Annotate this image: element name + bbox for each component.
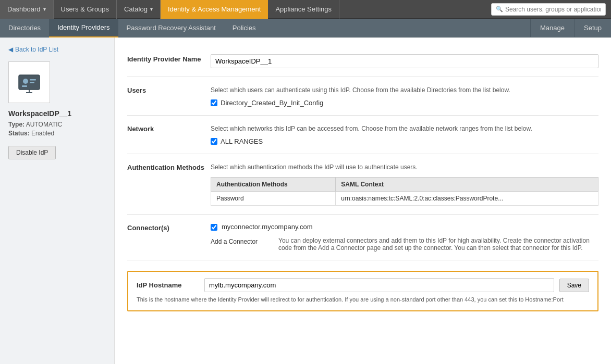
auth-methods-section-label: Authentication Methods (127, 162, 211, 206)
manage-button-label: Manage (540, 24, 565, 32)
network-section-content: Select which networks this IdP can be ac… (211, 124, 598, 145)
connectors-section: Connector(s) myconnector.mycompany.com A… (127, 215, 598, 260)
users-directory-row: Directory_Created_By_Init_Config (211, 99, 598, 107)
idp-name-section-content (211, 54, 598, 68)
nav-tab-label-catalog: Catalog (124, 5, 148, 13)
users-section: Users Select which users can authenticat… (127, 77, 598, 116)
connectors-section-label: Connector(s) (127, 223, 211, 252)
auth-methods-table: Authentication Methods SAML Context Pass… (211, 177, 598, 206)
idp-hostname-inner: IdP Hostname Save (137, 278, 589, 292)
svg-rect-2 (30, 79, 36, 81)
idp-status-label: Status: (8, 130, 30, 137)
idp-type-value: AUTOMATIC (26, 121, 63, 128)
network-section-label: Network (127, 124, 211, 145)
nav-tab-label-appliance-settings: Appliance Settings (275, 5, 332, 13)
chevron-down-icon: ▾ (43, 6, 46, 12)
add-connector-label: Add a Connector (211, 237, 273, 252)
svg-point-1 (23, 79, 28, 84)
nav-identity-providers-label: Identity Providers (57, 23, 109, 31)
idp-hostname-description: This is the hostname where the Identity … (137, 295, 589, 304)
network-allranges-checkbox[interactable] (211, 138, 217, 145)
users-description: Select which users can authenticate usin… (211, 85, 598, 95)
idp-name-section-label: Identity Provider Name (127, 54, 211, 68)
auth-table-header-saml: SAML Context (336, 178, 598, 192)
auth-table-saml-cell: urn:oasis:names:tc:SAML:2.0:ac:classes:P… (336, 192, 598, 206)
connector-row: myconnector.mycompany.com (211, 223, 598, 231)
nav-tab-label-identity-access: Identity & Access Management (168, 5, 261, 13)
network-allranges-label: ALL RANGES (221, 137, 263, 145)
table-row: Password urn:oasis:names:tc:SAML:2.0:ac:… (211, 192, 598, 206)
form-panel: Identity Provider Name Users Select whic… (115, 37, 611, 364)
second-nav-right: Manage Setup (530, 19, 611, 37)
nav-tab-dashboard[interactable]: Dashboard ▾ (0, 0, 54, 19)
nav-tab-label-users-groups: Users & Groups (61, 5, 109, 13)
auth-methods-description: Select which authentication methods the … (211, 162, 598, 172)
chevron-down-icon: ▾ (150, 6, 153, 12)
network-description: Select which networks this IdP can be ac… (211, 124, 598, 133)
nav-identity-providers[interactable]: Identity Providers (49, 19, 118, 37)
save-button[interactable]: Save (559, 279, 589, 292)
idp-hostname-input-wrap (204, 278, 554, 292)
nav-directories-label: Directories (8, 24, 41, 32)
nav-tab-catalog[interactable]: Catalog ▾ (117, 0, 161, 19)
auth-methods-section-content: Select which authentication methods the … (211, 162, 598, 206)
chevron-left-icon: ◀ (8, 46, 13, 53)
auth-table-method-cell: Password (211, 192, 336, 206)
nav-tab-users-groups[interactable]: Users & Groups (54, 0, 117, 19)
users-section-content: Select which users can authenticate usin… (211, 85, 598, 107)
search-box: 🔍 (491, 3, 606, 16)
idp-hostname-input[interactable] (204, 278, 554, 292)
nav-tab-label-dashboard: Dashboard (7, 5, 41, 13)
users-directory-checkbox[interactable] (211, 99, 217, 106)
idp-name-section: Identity Provider Name (127, 46, 598, 77)
idp-hostname-wrapper: IdP Hostname Save This is the hostname w… (127, 260, 598, 318)
users-section-label: Users (127, 85, 211, 107)
svg-rect-3 (30, 82, 34, 83)
users-directory-label: Directory_Created_By_Init_Config (221, 99, 323, 107)
nav-tab-appliance-settings[interactable]: Appliance Settings (268, 0, 339, 19)
nav-policies[interactable]: Policies (224, 19, 264, 37)
network-section: Network Select which networks this IdP c… (127, 116, 598, 154)
left-panel: ◀ Back to IdP List WorkspaceIDP__1 Type:… (0, 37, 115, 364)
manage-button[interactable]: Manage (530, 19, 574, 37)
auth-methods-section: Authentication Methods Select which auth… (127, 154, 598, 215)
auth-table-header-methods: Authentication Methods (211, 178, 336, 192)
connectors-section-content: myconnector.mycompany.com Add a Connecto… (211, 223, 598, 252)
idp-name: WorkspaceIDP__1 (8, 109, 106, 118)
network-allranges-row: ALL RANGES (211, 137, 598, 145)
idp-name-input[interactable] (211, 54, 598, 68)
idp-status-value: Enabled (31, 130, 54, 137)
idp-icon-box (8, 61, 50, 103)
search-input[interactable] (505, 6, 601, 13)
top-nav: Dashboard ▾ Users & Groups Catalog ▾ Ide… (0, 0, 611, 19)
svg-rect-0 (19, 75, 40, 90)
add-connector-grid: Add a Connector You can deploy external … (211, 237, 598, 252)
connector-checkbox[interactable] (211, 224, 217, 231)
idp-hostname-label: IdP Hostname (137, 281, 204, 289)
disable-idp-button[interactable]: Disable IdP (8, 146, 56, 159)
add-connector-description: You can deploy external connectors and a… (278, 237, 598, 252)
second-nav: Directories Identity Providers Password … (0, 19, 611, 37)
idp-type: Type: AUTOMATIC (8, 121, 106, 128)
back-to-idp-list-link[interactable]: ◀ Back to IdP List (8, 46, 106, 53)
setup-button[interactable]: Setup (574, 19, 611, 37)
nav-password-recovery[interactable]: Password Recovery Assistant (118, 19, 224, 37)
save-btn-wrap: Save (559, 279, 589, 292)
search-icon: 🔍 (496, 6, 503, 12)
idp-hostname-section: IdP Hostname Save This is the hostname w… (127, 271, 598, 311)
back-link-label: Back to IdP List (15, 46, 58, 53)
setup-button-label: Setup (584, 24, 602, 32)
nav-directories[interactable]: Directories (0, 19, 49, 37)
idp-type-label: Type: (8, 121, 25, 128)
idp-icon (17, 70, 42, 95)
idp-status: Status: Enabled (8, 130, 106, 137)
nav-tab-identity-access[interactable]: Identity & Access Management (161, 0, 268, 19)
main-content: ◀ Back to IdP List WorkspaceIDP__1 Type:… (0, 37, 611, 364)
connector-name: myconnector.mycompany.com (222, 223, 313, 231)
nav-policies-label: Policies (233, 24, 256, 32)
nav-password-recovery-label: Password Recovery Assistant (127, 24, 216, 32)
svg-rect-4 (22, 85, 27, 87)
